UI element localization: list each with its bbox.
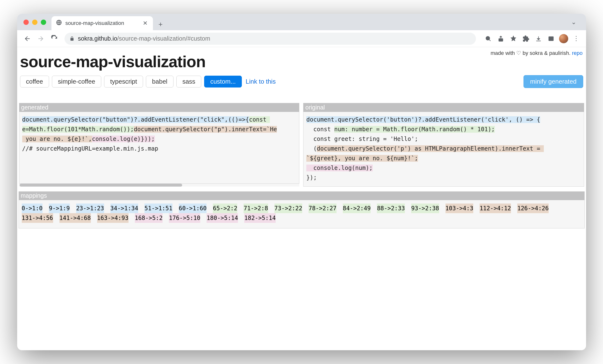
generated-panel: generated document.querySelector("button… — [19, 103, 300, 184]
share-icon[interactable] — [495, 33, 506, 44]
tab-simple-coffee[interactable]: simple-coffee — [52, 76, 101, 87]
browser-window: source-map-visualization ✕ + ⌄ sokra.git… — [17, 14, 586, 350]
original-code[interactable]: document.querySelector('button')?.addEve… — [303, 112, 584, 186]
tabs-overflow-button[interactable]: ⌄ — [569, 16, 579, 28]
new-tab-button[interactable]: + — [155, 19, 166, 30]
window-minimize-button[interactable] — [32, 20, 37, 25]
mapping-item[interactable]: 34->1:34 — [110, 203, 139, 213]
mapping-item[interactable]: 88->2:33 — [377, 203, 405, 213]
browser-menu-button[interactable]: ⋮ — [571, 33, 582, 44]
window-fullscreen-button[interactable] — [41, 20, 46, 25]
forward-button[interactable] — [35, 33, 47, 45]
mapping-item[interactable]: 9->1:9 — [49, 203, 70, 213]
mapping-item[interactable]: 176->5:10 — [169, 213, 200, 223]
tab-strip: source-map-visualization ✕ + ⌄ — [17, 14, 586, 30]
url-text: sokra.github.io/source-map-visualization… — [78, 35, 210, 42]
back-button[interactable] — [22, 33, 33, 45]
address-bar[interactable]: sokra.github.io/source-map-visualization… — [65, 33, 476, 45]
mapping-item[interactable]: 141->4:68 — [59, 213, 91, 223]
mapping-item[interactable]: 23->1:23 — [76, 203, 104, 213]
tab-sass[interactable]: sass — [176, 76, 201, 87]
tab-custom[interactable]: custom... — [204, 76, 242, 87]
profile-avatar[interactable] — [558, 33, 569, 44]
page-content: made with ♡ by sokra & paulirish. repo s… — [17, 47, 586, 350]
minify-generated-button[interactable]: minify generated — [523, 75, 583, 88]
mapping-item[interactable]: 78->2:27 — [309, 203, 336, 213]
mapping-item[interactable]: 103->4:3 — [445, 203, 474, 213]
svg-rect-3 — [549, 36, 553, 40]
mapping-item[interactable]: 0->1:0 — [22, 203, 43, 213]
mapping-item[interactable]: 112->4:12 — [480, 203, 511, 213]
tab-title: source-map-visualization — [66, 20, 139, 26]
credits-text: made with ♡ by sokra & paulirish. repo — [491, 50, 583, 56]
repo-link[interactable]: repo — [572, 50, 582, 56]
link-to-this[interactable]: Link to this — [246, 78, 276, 85]
mapping-item[interactable]: 84->2:49 — [343, 203, 371, 213]
mapping-item[interactable]: 65->2:2 — [213, 203, 237, 213]
mapping-item[interactable]: 180->5:14 — [207, 213, 238, 223]
globe-icon — [56, 19, 62, 27]
mapping-item[interactable]: 73->2:22 — [274, 203, 302, 213]
mapping-item[interactable]: 163->4:93 — [97, 213, 128, 223]
mappings-list[interactable]: 0->1:09->1:923->1:2334->1:3451->1:5160->… — [19, 200, 584, 228]
mapping-item[interactable]: 182->5:14 — [244, 213, 276, 223]
download-icon[interactable] — [533, 33, 544, 44]
svg-point-0 — [486, 36, 489, 40]
mapping-item[interactable]: 60->1:60 — [179, 203, 207, 213]
search-icon[interactable] — [483, 33, 494, 44]
svg-line-1 — [489, 39, 490, 41]
mapping-item[interactable]: 131->4:56 — [22, 213, 53, 223]
side-panel-icon[interactable] — [545, 33, 557, 44]
mapping-item[interactable]: 168->5:2 — [135, 213, 163, 223]
lock-icon — [69, 36, 75, 41]
browser-tab[interactable]: source-map-visualization ✕ — [51, 16, 153, 30]
example-selector-row: coffee simple-coffee typescript babel sa… — [19, 75, 585, 88]
mappings-panel-header: mappings — [19, 191, 584, 200]
bookmark-star-icon[interactable] — [508, 33, 519, 44]
extensions-icon[interactable] — [520, 33, 532, 44]
original-panel-header: original — [303, 103, 584, 112]
reload-button[interactable] — [48, 33, 60, 45]
mapping-item[interactable]: 126->4:26 — [517, 203, 549, 213]
generated-code[interactable]: document.querySelector("button")?.addEve… — [19, 112, 299, 157]
tab-typescript[interactable]: typescript — [104, 76, 143, 87]
original-panel: original document.querySelector('button'… — [303, 103, 584, 187]
svg-rect-2 — [499, 39, 502, 41]
generated-panel-header: generated — [19, 103, 299, 112]
tab-babel[interactable]: babel — [146, 76, 174, 87]
mapping-item[interactable]: 51->1:51 — [144, 203, 173, 213]
browser-toolbar: sokra.github.io/source-map-visualization… — [17, 30, 586, 47]
mapping-item[interactable]: 93->2:38 — [411, 203, 439, 213]
generated-scrollbar[interactable] — [19, 184, 300, 187]
tab-coffee[interactable]: coffee — [20, 76, 49, 87]
window-controls — [23, 20, 46, 25]
tab-close-button[interactable]: ✕ — [142, 20, 149, 27]
generated-panel-wrap: generated document.querySelector("button… — [19, 103, 300, 187]
mapping-item[interactable]: 71->2:8 — [244, 203, 268, 213]
window-close-button[interactable] — [23, 20, 29, 25]
mappings-panel: mappings 0->1:09->1:923->1:2334->1:3451-… — [19, 191, 585, 228]
